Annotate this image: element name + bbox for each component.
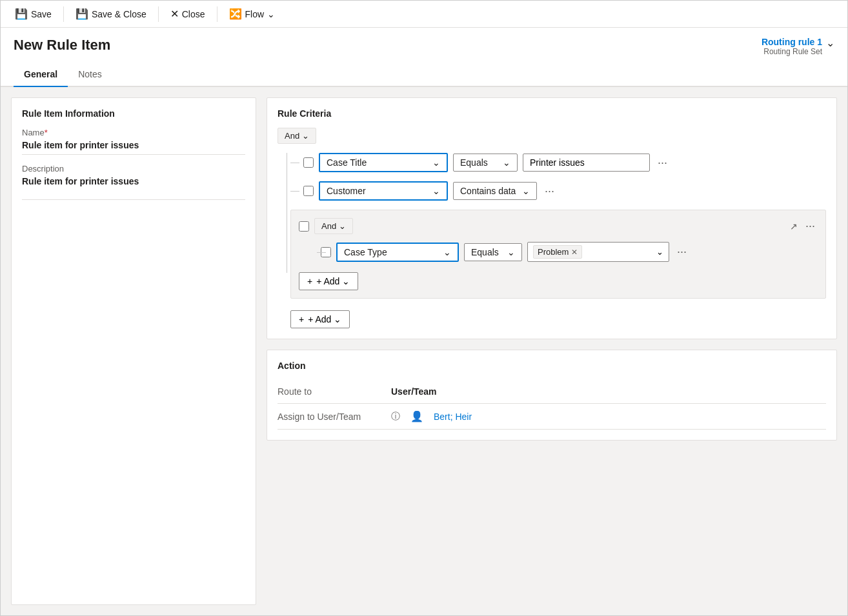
- description-value: Rule item for printer issues: [22, 176, 245, 190]
- tab-notes[interactable]: Notes: [68, 63, 112, 87]
- route-to-value: User/Team: [391, 386, 437, 397]
- description-label: Description: [22, 164, 245, 174]
- case-title-select[interactable]: Case Title ⌄: [319, 153, 448, 172]
- tag-dropdown-button[interactable]: ⌄: [656, 247, 663, 257]
- save-button[interactable]: 💾 Save: [8, 5, 58, 23]
- nested-rows-container: Case Type ⌄ Equals ⌄ Problem: [299, 242, 818, 262]
- assign-user-row: Assign to User/Team ⓘ 👤 Bert; Heir: [278, 404, 826, 430]
- save-icon: 💾: [15, 8, 28, 20]
- criteria-row-1-checkbox[interactable]: [303, 157, 314, 168]
- toolbar-divider-3: [217, 6, 217, 22]
- close-button[interactable]: ✕ Close: [164, 5, 212, 23]
- flow-button[interactable]: 🔀 Flow ⌄: [223, 5, 282, 23]
- content-area: Rule Item Information Name* Rule item fo…: [1, 87, 847, 615]
- nested-horizontal-line: [317, 252, 326, 253]
- criteria-row-2-more-button[interactable]: ···: [542, 183, 557, 199]
- add-criteria-icon: +: [299, 314, 304, 324]
- description-field-group: Description Rule item for printer issues: [22, 164, 245, 190]
- equals-operator-select-2[interactable]: Equals ⌄: [464, 243, 522, 261]
- criteria-row-2: Customer ⌄ Contains data ⌄ ···: [290, 181, 826, 201]
- rule-criteria-card: Rule Criteria And ⌄ Case Title ⌄: [267, 97, 837, 339]
- routing-chevron-icon[interactable]: ⌄: [826, 37, 834, 49]
- customer-select[interactable]: Customer ⌄: [319, 181, 448, 201]
- nested-group-checkbox[interactable]: [299, 221, 309, 232]
- name-label: Name*: [22, 128, 245, 137]
- panel-divider: [22, 199, 245, 200]
- routing-link-container: Routing rule 1 Routing Rule Set: [762, 37, 822, 56]
- nested-group-collapse-button[interactable]: ↗: [790, 221, 798, 232]
- assign-user-label: Assign to User/Team: [278, 412, 381, 422]
- add-row-container: + + Add ⌄: [278, 308, 826, 328]
- routing-rule-set-label: Routing Rule Set: [762, 47, 822, 56]
- equals-chevron-icon-2: ⌄: [507, 247, 515, 257]
- nested-add-button[interactable]: + + Add ⌄: [299, 272, 358, 290]
- and-operator-button[interactable]: And ⌄: [278, 128, 316, 144]
- vertical-connector-line: [287, 153, 287, 273]
- nested-and-button[interactable]: And ⌄: [314, 218, 353, 234]
- case-type-select[interactable]: Case Type ⌄: [336, 243, 459, 262]
- and-chevron-icon: ⌄: [302, 131, 309, 141]
- save-close-button[interactable]: 💾 Save & Close: [69, 5, 153, 23]
- toolbar: 💾 Save 💾 Save & Close ✕ Close 🔀 Flow ⌄: [1, 1, 847, 28]
- nested-group-more-button[interactable]: ···: [803, 218, 818, 234]
- nested-add-icon: +: [307, 276, 312, 286]
- route-to-label: Route to: [278, 386, 381, 397]
- case-title-chevron-icon: ⌄: [432, 157, 440, 168]
- case-type-chevron-icon: ⌄: [443, 247, 451, 257]
- equals-chevron-icon-1: ⌄: [503, 157, 510, 168]
- equals-operator-select-1[interactable]: Equals ⌄: [453, 154, 518, 172]
- assign-user-link[interactable]: Bert; Heir: [434, 412, 472, 422]
- case-title-value-input[interactable]: [523, 154, 650, 172]
- add-criteria-button[interactable]: + + Add ⌄: [290, 310, 350, 328]
- right-panel: Rule Criteria And ⌄ Case Title ⌄: [267, 97, 837, 605]
- rule-item-information-title: Rule Item Information: [22, 108, 245, 119]
- action-title: Action: [278, 361, 826, 371]
- info-icon: ⓘ: [391, 411, 400, 422]
- contains-data-operator-select[interactable]: Contains data ⌄: [453, 182, 537, 200]
- user-avatar-icon: 👤: [410, 410, 423, 422]
- nested-criteria-more-button[interactable]: ···: [674, 244, 689, 260]
- save-close-icon: 💾: [76, 8, 88, 20]
- criteria-rows: Case Title ⌄ Equals ⌄ ···: [278, 153, 826, 299]
- name-required-marker: *: [45, 128, 48, 137]
- toolbar-divider-1: [63, 6, 64, 22]
- left-panel: Rule Item Information Name* Rule item fo…: [11, 97, 256, 605]
- toolbar-divider-2: [158, 6, 159, 22]
- page-title: New Rule Item: [14, 37, 110, 54]
- route-to-row: Route to User/Team: [278, 380, 826, 404]
- nested-criteria-row: Case Type ⌄ Equals ⌄ Problem: [321, 242, 818, 262]
- customer-chevron-icon: ⌄: [432, 186, 440, 196]
- action-card: Action Route to User/Team Assign to User…: [267, 350, 837, 441]
- routing-rule-link[interactable]: Routing rule 1: [762, 37, 822, 47]
- nested-group-header: And ⌄ ↗ ···: [299, 218, 818, 234]
- criteria-row-1-more-button[interactable]: ···: [655, 155, 670, 171]
- name-value: Rule item for printer issues: [22, 140, 245, 155]
- criteria-row-1: Case Title ⌄ Equals ⌄ ···: [290, 153, 826, 172]
- tabs-container: General Notes: [1, 63, 847, 87]
- close-icon: ✕: [170, 8, 179, 20]
- name-field-group: Name* Rule item for printer issues: [22, 128, 245, 155]
- problem-tag-remove-button[interactable]: ✕: [571, 248, 578, 257]
- tab-general[interactable]: General: [14, 63, 68, 87]
- rule-criteria-title: Rule Criteria: [278, 108, 826, 119]
- flow-chevron-icon: ⌄: [267, 9, 275, 19]
- nested-and-chevron-icon: ⌄: [339, 221, 346, 231]
- nested-and-group: And ⌄ ↗ ···: [290, 210, 826, 299]
- problem-tag: Problem ✕: [533, 245, 582, 259]
- flow-icon: 🔀: [229, 8, 242, 20]
- criteria-row-2-checkbox[interactable]: [303, 186, 314, 196]
- add-criteria-chevron-icon: ⌄: [334, 314, 341, 324]
- nested-add-chevron-icon: ⌄: [342, 276, 350, 286]
- case-type-value-select[interactable]: Problem ✕ ⌄: [527, 242, 669, 262]
- page-header: New Rule Item Routing rule 1 Routing Rul…: [1, 28, 847, 63]
- contains-data-chevron-icon: ⌄: [522, 186, 530, 196]
